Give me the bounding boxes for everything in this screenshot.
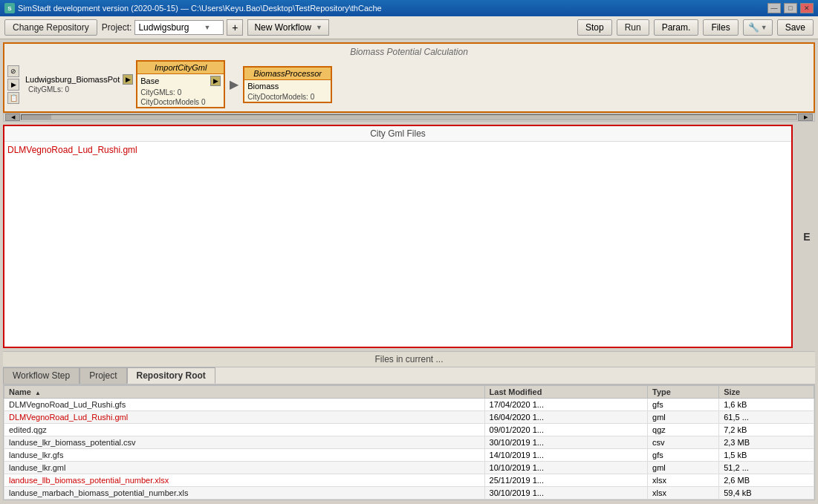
files-table-body: DLMVegnoRoad_Lud_Rushi.gfs17/04/2020 1..… [4,399,814,500]
node2-citydoctor: CityDoctorModels: 0 [244,92,331,102]
stop-button[interactable]: Stop [577,19,612,36]
root-node-row: Ludwigsburg_BiomassPot ▶ [25,74,133,85]
col-size: Size [719,386,814,399]
project-dropdown-arrow: ▼ [204,24,210,31]
file-name-cell: edited.qgz [4,424,485,436]
file-modified-cell: 17/04/2020 1... [484,399,647,411]
root-citygmls-label: CityGMLs: [28,85,63,94]
table-row[interactable]: edited.qgz09/01/2020 1...qgz7,2 kB [4,424,814,436]
files-button[interactable]: Files [703,19,738,36]
node2-citydoctor-label: CityDoctorModels: [247,93,308,101]
node1-citygmls: CityGMLs: [140,88,175,96]
title-bar-controls: — □ ✕ [767,3,814,13]
add-project-button[interactable]: + [227,19,243,36]
table-row[interactable]: DLMVegnoRoad_Lud_Rushi.gfs17/04/2020 1..… [4,399,814,411]
app-icon: S [4,3,15,13]
gml-file-link[interactable]: DLMVegnoRoad_Lud_Rushi.gml [7,145,137,155]
maximize-button[interactable]: □ [784,3,797,13]
files-tabs: Workflow Step Project Repository Root [3,367,815,384]
node1-stats: CityGMLs: 0 [137,88,224,97]
node2-body: Biomass [244,80,331,92]
table-row[interactable]: DLMVegnoRoad_Lud_Rushi.gml16/04/2020 1..… [4,411,814,424]
tab-project[interactable]: Project [79,367,126,384]
h-scrollbar-thumb[interactable] [22,115,51,120]
new-workflow-button[interactable]: New Workflow ▼ [247,19,328,36]
file-size-cell: 1,5 kB [719,449,814,462]
file-modified-cell: 14/10/2019 1... [484,449,647,462]
h-scrollbar[interactable]: ◀ ▶ [3,113,815,122]
node1-name: Base [140,76,209,85]
workflow-cancel-btn[interactable]: ⊘ [7,65,19,77]
file-name-text: landuse_lkr_biomass_potential.csv [9,438,136,447]
root-citygmls-count: 0 [65,85,69,94]
node2-title: BiomassProcessor [244,68,331,80]
project-section: Project: Ludwigsburg ▼ + [102,19,244,36]
file-type-cell: csv [648,436,719,449]
minimize-button[interactable]: — [767,3,781,13]
title-bar: S SimStadt development version (2020-05-… [0,0,818,16]
save-button[interactable]: Save [777,19,814,36]
section-e-label: E [796,122,818,351]
tab-workflow-step[interactable]: Workflow Step [3,367,79,384]
tools-icon: 🔧 [748,22,759,33]
file-name-cell: landuse_lkr.gml [4,462,485,474]
city-gml-content: DLMVegnoRoad_Lud_Rushi.gml [4,142,791,347]
param-button[interactable]: Param. [654,19,699,36]
middle-section: City Gml Files DLMVegnoRoad_Lud_Rushi.gm… [0,122,818,351]
node1-arrow[interactable]: ▶ [210,76,221,86]
file-name-text: landuse_lkr.gml [9,463,65,472]
table-row[interactable]: landuse_lkr.gml10/10/2019 1...gml51,2 ..… [4,462,814,474]
file-type-cell: gfs [648,399,719,411]
file-name-link[interactable]: landuse_llb_biomass_potential_number.xls… [9,476,169,485]
tools-arrow: ▼ [761,24,767,31]
file-name-cell: landuse_marbach_biomass_potential_number… [4,487,485,500]
scroll-right-btn[interactable]: ▶ [798,114,813,121]
title-bar-text: SimStadt development version (2020-05-15… [18,4,382,13]
file-type-cell: gml [648,462,719,474]
file-name-link[interactable]: DLMVegnoRoad_Lud_Rushi.gml [9,413,128,422]
city-gml-panel: City Gml Files DLMVegnoRoad_Lud_Rushi.gm… [3,125,793,348]
file-name-cell: DLMVegnoRoad_Lud_Rushi.gml [4,411,485,424]
file-type-cell: xlsx [648,474,719,487]
tools-button[interactable]: 🔧 ▼ [743,19,773,36]
project-dropdown[interactable]: Ludwigsburg ▼ [134,20,224,35]
workflow-controls: ⊘ ▶ 📋 [7,65,19,104]
files-scroll-area[interactable]: Name ▲ Last Modified Type Size DLMVegnoR… [3,384,815,500]
close-button[interactable]: ✕ [800,3,814,13]
file-name-text: landuse_marbach_biomass_potential_number… [9,488,189,497]
node1-title: ImportCityGml [137,62,224,74]
table-row[interactable]: landuse_marbach_biomass_potential_number… [4,487,814,500]
root-node-arrow[interactable]: ▶ [123,74,133,85]
workflow-play-btn[interactable]: ▶ [7,79,19,91]
sort-arrow-name: ▲ [35,390,41,396]
change-repository-button[interactable]: Change Repository [4,19,97,36]
files-table: Name ▲ Last Modified Type Size DLMVegnoR… [4,385,814,500]
file-size-cell: 61,5 ... [719,411,814,424]
workflow-container: Biomass Potential Calculation ⊘ ▶ 📋 Ludw… [3,42,815,113]
h-scrollbar-track[interactable] [21,114,797,120]
file-type-cell: gfs [648,449,719,462]
table-row[interactable]: landuse_lkr_biomass_potential.csv30/10/2… [4,436,814,449]
file-name-text: edited.qgz [9,425,47,434]
toolbar: Change Repository Project: Ludwigsburg ▼… [0,16,818,39]
city-gml-title: City Gml Files [4,126,791,142]
scroll-left-btn[interactable]: ◀ [5,114,20,121]
node1-box: ImportCityGml Base ▶ CityGMLs: 0 CityDoc… [136,60,225,108]
col-name[interactable]: Name ▲ [4,386,485,399]
file-type-cell: gml [648,411,719,424]
project-name: Ludwigsburg [138,22,189,33]
file-modified-cell: 30/10/2019 1... [484,487,647,500]
new-workflow-arrow: ▼ [316,24,322,31]
file-modified-cell: 30/10/2019 1... [484,436,647,449]
workflow-copy-btn[interactable]: 📋 [7,92,19,104]
table-row[interactable]: landuse_llb_biomass_potential_number.xls… [4,474,814,487]
table-row[interactable]: landuse_lkr.gfs14/10/2019 1...gfs1,5 kB [4,449,814,462]
files-panel: Files in current ... Workflow Step Proje… [3,351,815,500]
tab-repository-root[interactable]: Repository Root [127,367,215,384]
main-content: Biomass Potential Calculation ⊘ ▶ 📋 Ludw… [0,39,818,503]
new-workflow-label: New Workflow [254,22,311,33]
root-node: Ludwigsburg_BiomassPot ▶ CityGMLs: 0 [25,74,133,94]
file-name-text: landuse_lkr.gfs [9,451,63,459]
run-button[interactable]: Run [617,19,649,36]
file-name-cell: DLMVegnoRoad_Lud_Rushi.gfs [4,399,485,411]
